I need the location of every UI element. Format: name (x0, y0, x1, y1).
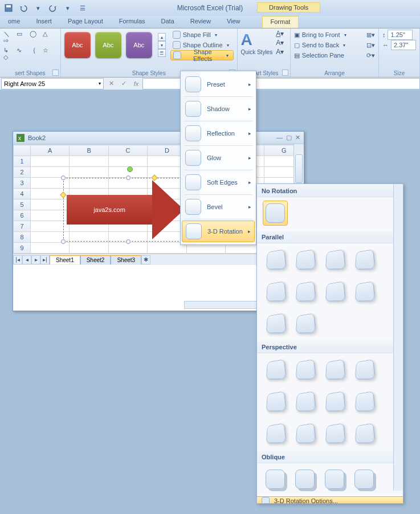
rotation-preset[interactable] (322, 421, 347, 446)
send-to-back-button[interactable]: ▢ Send to Back▾ ⊡▾ (294, 40, 375, 50)
rotation-preset[interactable] (322, 357, 347, 382)
quick-styles-label[interactable]: Quick Styles (241, 49, 273, 55)
style-sample-purple[interactable]: Abc (126, 32, 152, 58)
callout-icon[interactable]: ◇ (3, 54, 13, 60)
resize-handle[interactable] (61, 176, 66, 180)
gallery-up-icon[interactable]: ▴ (158, 33, 166, 41)
rotation-preset[interactable] (322, 247, 347, 272)
sheet-tab[interactable]: Sheet2 (80, 255, 111, 264)
brace-icon[interactable]: ｛ (30, 46, 39, 53)
rotation-preset[interactable] (292, 389, 317, 414)
rotation-preset[interactable] (292, 311, 317, 336)
dialog-launcher-icon[interactable] (282, 70, 288, 76)
rotation-preset[interactable] (322, 389, 347, 414)
row-header[interactable]: 9 (14, 243, 31, 254)
rotation-preset[interactable] (263, 357, 288, 382)
row-header[interactable]: 6 (14, 210, 31, 221)
star-icon[interactable]: ☆ (43, 47, 52, 54)
tab-home[interactable]: ome (0, 16, 28, 28)
tab-formulas[interactable]: Formulas (111, 16, 153, 28)
rotation-preset[interactable] (292, 279, 317, 304)
sheet-tab[interactable]: Sheet1 (50, 255, 80, 264)
row-header[interactable]: 1 (14, 156, 31, 167)
rotation-preset[interactable] (352, 421, 377, 446)
tab-review[interactable]: Review (182, 16, 219, 28)
select-all-corner[interactable] (14, 145, 31, 156)
width-field[interactable]: ↔ 2.37" (382, 40, 416, 50)
gallery-down-icon[interactable]: ▾ (158, 41, 166, 49)
restore-icon[interactable]: ▢ (286, 134, 292, 141)
tab-nav-prev-icon[interactable]: ◂ (22, 255, 31, 264)
rotation-preset[interactable] (292, 247, 317, 272)
rotation-preset[interactable] (292, 357, 317, 382)
sheet-tab[interactable]: Sheet3 (111, 255, 141, 264)
row-header[interactable]: 3 (14, 178, 31, 189)
style-sample-green[interactable]: Abc (95, 32, 121, 58)
col-header[interactable]: C (108, 145, 147, 156)
row-header[interactable]: 7 (14, 221, 31, 232)
menu-glow[interactable]: Glow ▸ (182, 147, 255, 169)
row-header[interactable]: 8 (14, 232, 31, 243)
rotation-preset[interactable] (263, 389, 288, 414)
shape-text[interactable]: java2s.com (93, 206, 125, 213)
name-box[interactable]: Right Arrow 25 ▾ (1, 78, 104, 89)
rotation-preset[interactable] (322, 279, 347, 304)
resize-handle[interactable] (126, 239, 131, 244)
rotation-preset[interactable] (292, 421, 317, 446)
shape-fill-button[interactable]: Shape Fill ▾ (170, 30, 234, 40)
rotation-preset[interactable] (263, 247, 288, 272)
col-header[interactable]: B (70, 145, 108, 156)
selection-pane-button[interactable]: ▤ Selection Pane ⟳▾ (294, 50, 375, 60)
text-outline-icon[interactable]: A▾ (276, 39, 284, 47)
quick-styles-icon[interactable]: A (241, 31, 273, 49)
style-sample-red[interactable]: Abc (64, 32, 91, 58)
rectangle-icon[interactable]: ▭ (17, 30, 26, 37)
shape-effects-button[interactable]: Shape Effects ▾ (170, 50, 234, 60)
tab-insert[interactable]: Insert (28, 16, 60, 28)
text-effects-icon[interactable]: A▾ (276, 48, 284, 56)
cancel-icon[interactable]: ✕ (105, 78, 117, 89)
oval-icon[interactable]: ◯ (30, 30, 39, 37)
menu-preset[interactable]: Preset ▸ (182, 74, 255, 95)
rotation-preset[interactable] (352, 389, 377, 414)
menu-shadow[interactable]: Shadow ▸ (182, 98, 255, 120)
bring-to-front-button[interactable]: ▣ Bring to Front▾ ⊞▾ (294, 30, 375, 40)
rotation-handle[interactable] (127, 166, 133, 172)
rotation-preset[interactable] (263, 467, 288, 492)
tab-view[interactable]: View (219, 16, 248, 28)
tab-nav-first-icon[interactable]: |◂ (13, 255, 22, 264)
minimize-icon[interactable]: — (276, 134, 283, 141)
rotation-preset[interactable] (352, 357, 377, 382)
fx-icon[interactable]: fx (130, 78, 142, 89)
rotation-preset[interactable] (352, 247, 377, 272)
rotation-preset[interactable] (263, 421, 288, 446)
connector-icon[interactable]: ↳ (3, 47, 13, 54)
gallery-scrollbar[interactable] (393, 184, 403, 491)
rotate-icon[interactable]: ⟳▾ (366, 52, 375, 59)
workbook-titlebar[interactable]: x Book2 — ▢ ✕ (13, 132, 304, 144)
text-fill-icon[interactable]: A▾ (276, 30, 284, 38)
rotation-options-button[interactable]: 3-D Rotation Options... (257, 496, 403, 504)
shapes-gallery[interactable]: ＼ ▭ ◯ △ ⇨ ↳ ∿ ｛ ☆ ◇ (3, 30, 57, 60)
curve-icon[interactable]: ∿ (17, 47, 26, 54)
tab-data[interactable]: Data (153, 16, 182, 28)
rotation-preset[interactable] (292, 467, 317, 492)
tab-page-layout[interactable]: Page Layout (60, 16, 111, 28)
dialog-launcher-icon[interactable] (52, 70, 59, 76)
resize-handle[interactable] (126, 176, 131, 180)
resize-handle[interactable] (61, 239, 66, 244)
menu-bevel[interactable]: Bevel ▸ (182, 196, 255, 218)
new-sheet-icon[interactable]: ✱ (141, 255, 150, 264)
menu-reflection[interactable]: Reflection ▸ (182, 123, 255, 144)
row-header[interactable]: 2 (14, 167, 31, 178)
tab-nav-last-icon[interactable]: ▸| (40, 255, 50, 264)
chevron-down-icon[interactable]: ▾ (99, 81, 101, 86)
shape-style-gallery[interactable]: Abc Abc Abc ▴ ▾ ☰ (64, 32, 166, 58)
rotation-preset[interactable] (263, 279, 288, 304)
rotation-preset-none[interactable] (263, 201, 288, 226)
gallery-more-icon[interactable]: ☰ (158, 49, 166, 57)
rotation-preset[interactable] (352, 467, 377, 492)
menu-soft-edges[interactable]: Soft Edges ▸ (182, 172, 255, 193)
tab-nav-next-icon[interactable]: ▸ (31, 255, 40, 264)
close-icon[interactable]: ✕ (295, 134, 300, 141)
